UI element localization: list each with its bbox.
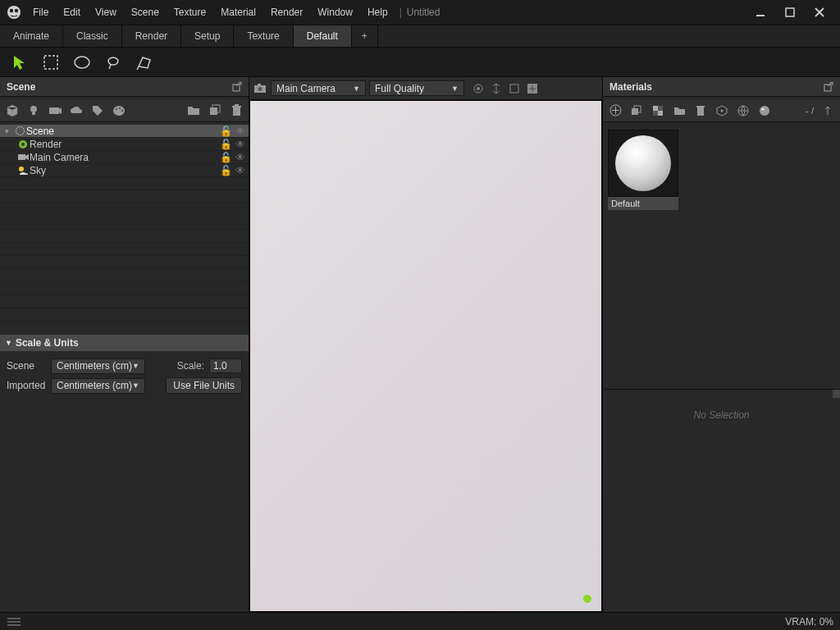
globe-icon[interactable] <box>736 103 751 118</box>
materials-grid[interactable]: Default <box>603 125 840 386</box>
menu-view[interactable]: View <box>89 3 123 21</box>
imported-unit-label: Imported <box>7 380 46 391</box>
menu-texture[interactable]: Texture <box>167 3 212 21</box>
menu-window[interactable]: Window <box>311 3 359 21</box>
menu-material[interactable]: Material <box>214 3 262 21</box>
app-logo <box>5 3 23 21</box>
menu-help[interactable]: Help <box>361 3 395 21</box>
cube-icon[interactable] <box>5 103 20 118</box>
snapshot-icon[interactable] <box>253 81 267 96</box>
trash-icon[interactable] <box>693 103 708 118</box>
lock-icon[interactable]: 🔓 <box>220 152 232 163</box>
viewport-frame-icon[interactable] <box>507 81 522 96</box>
scale-input[interactable]: 1.0 <box>209 358 242 373</box>
svg-rect-21 <box>235 104 239 106</box>
zoom-icon[interactable] <box>820 103 835 118</box>
scrollbar-stub[interactable] <box>833 390 840 398</box>
render-status-icon <box>583 595 591 603</box>
eye-icon[interactable]: 👁 <box>235 139 245 150</box>
right-column: Materials - / Default No Selection <box>602 77 840 612</box>
eye-icon[interactable]: 👁 <box>235 152 245 163</box>
status-bar: VRAM: 0% <box>0 612 840 630</box>
layout-render[interactable]: Render <box>122 25 181 47</box>
menu-edit[interactable]: Edit <box>57 3 87 21</box>
maximize-button[interactable] <box>779 3 801 21</box>
svg-rect-12 <box>49 107 59 114</box>
quality-dropdown[interactable]: Full Quality▼ <box>369 80 464 96</box>
use-file-units-button[interactable]: Use File Units <box>166 377 242 394</box>
lock-icon[interactable]: 🔓 <box>220 165 232 176</box>
svg-rect-25 <box>18 154 25 160</box>
polygon-tool[interactable] <box>133 51 156 74</box>
add-icon[interactable] <box>608 103 623 118</box>
camera-dropdown[interactable]: Main Camera▼ <box>271 80 366 96</box>
folder-icon[interactable] <box>186 103 201 118</box>
svg-point-14 <box>116 107 117 109</box>
scale-units-header[interactable]: ▼ Scale & Units <box>0 335 249 351</box>
layout-setup[interactable]: Setup <box>181 25 234 47</box>
layout-default[interactable]: Default <box>294 25 352 47</box>
duplicate-icon[interactable] <box>208 103 222 118</box>
svg-point-24 <box>21 143 25 146</box>
collapse-icon[interactable]: ▼ <box>5 339 12 347</box>
layout-classic[interactable]: Classic <box>63 25 122 47</box>
duplicate-icon[interactable] <box>629 103 644 118</box>
layout-texture[interactable]: Texture <box>234 25 293 47</box>
imported-unit-dropdown[interactable]: Centimeters (cm)▼ <box>51 378 145 394</box>
svg-rect-20 <box>232 106 241 107</box>
popout-icon[interactable] <box>232 82 242 92</box>
move-tool[interactable] <box>8 51 31 74</box>
scene-icon <box>13 126 26 137</box>
svg-point-22 <box>16 127 24 135</box>
ellipse-tool[interactable] <box>71 51 94 74</box>
cloud-icon[interactable] <box>69 103 84 118</box>
bulb-icon[interactable] <box>26 103 41 118</box>
scene-unit-dropdown[interactable]: Centimeters (cm)▼ <box>51 358 145 374</box>
palette-icon[interactable] <box>112 103 126 118</box>
material-label: Default <box>608 197 678 210</box>
tree-label: Sky <box>30 165 46 176</box>
tree-node-camera[interactable]: Main Camera 🔓👁 <box>0 151 249 164</box>
scale-label: Scale: <box>177 360 204 372</box>
viewport-canvas[interactable] <box>249 100 602 612</box>
viewport-split-icon[interactable] <box>489 81 504 96</box>
layout-animate[interactable]: Animate <box>0 25 63 47</box>
workspace: Scene ▾ Scene 🔓👁 Render <box>0 77 840 612</box>
minimize-button[interactable] <box>750 3 771 21</box>
folder-icon[interactable] <box>672 103 687 118</box>
console-icon[interactable] <box>7 614 21 629</box>
camera-icon[interactable] <box>48 103 62 118</box>
viewport-settings-icon[interactable] <box>471 81 486 96</box>
assign-icon[interactable] <box>714 103 729 118</box>
tree-node-render[interactable]: Render 🔓👁 <box>0 138 249 151</box>
materials-panel-header[interactable]: Materials <box>603 77 840 97</box>
svg-rect-32 <box>510 84 518 93</box>
layout-add-button[interactable]: + <box>352 25 378 47</box>
tree-node-sky[interactable]: Sky 🔓👁 <box>0 164 249 177</box>
lock-icon[interactable]: 🔓 <box>220 126 232 137</box>
eye-icon[interactable]: 👁 <box>235 126 245 137</box>
lock-icon[interactable]: 🔓 <box>220 139 232 150</box>
expand-icon[interactable]: ▾ <box>5 127 13 135</box>
lasso-tool[interactable] <box>102 51 125 74</box>
scene-panel-header[interactable]: Scene <box>0 77 249 97</box>
popout-icon[interactable] <box>824 82 833 92</box>
materials-title: Materials <box>609 81 652 93</box>
close-button[interactable] <box>809 3 830 21</box>
svg-point-28 <box>258 87 262 91</box>
trash-icon[interactable] <box>229 103 244 118</box>
tree-node-scene[interactable]: ▾ Scene 🔓👁 <box>0 125 249 138</box>
material-item-default[interactable]: Default <box>608 130 678 210</box>
tag-icon[interactable] <box>90 103 105 118</box>
checker-icon[interactable] <box>651 103 665 118</box>
svg-rect-29 <box>258 84 261 85</box>
viewport-expand-icon[interactable] <box>525 81 540 96</box>
menu-scene[interactable]: Scene <box>125 3 166 21</box>
menu-render[interactable]: Render <box>264 3 309 21</box>
scene-tree[interactable]: ▾ Scene 🔓👁 Render 🔓👁 Main Camera 🔓👁 Sky … <box>0 125 249 332</box>
eye-icon[interactable]: 👁 <box>235 165 245 176</box>
sphere-icon[interactable] <box>757 103 772 118</box>
marquee-tool[interactable] <box>39 51 62 74</box>
menu-file[interactable]: File <box>26 3 55 21</box>
svg-rect-17 <box>210 107 217 115</box>
